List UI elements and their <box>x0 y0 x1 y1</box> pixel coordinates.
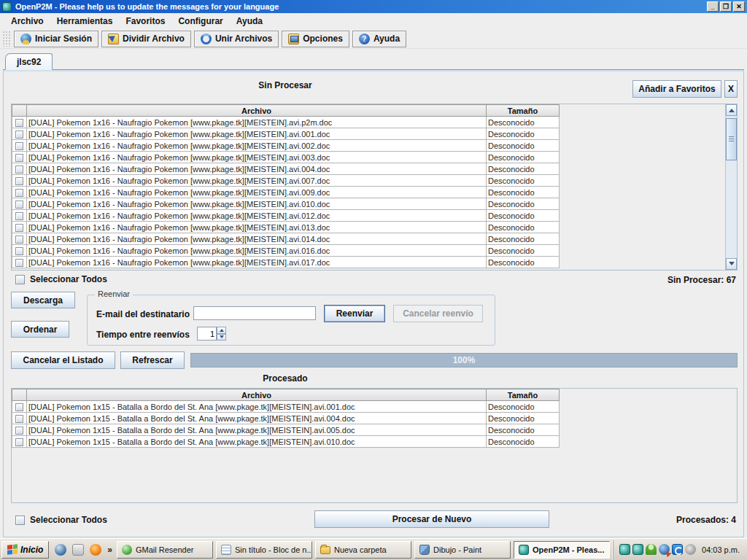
file-cell: [DUAL] Pokemon 1x16 - Naufragio Pokemon … <box>27 175 487 187</box>
openp2m-mail-icon[interactable] <box>632 544 643 555</box>
minimize-button[interactable]: _ <box>707 1 719 12</box>
row-checkbox[interactable] <box>15 131 23 139</box>
select-all-checkbox[interactable] <box>15 516 25 525</box>
table-row[interactable]: [DUAL] Pokemon 1x15 - Batalla a Bordo de… <box>12 424 560 436</box>
file-column-header[interactable]: Archivo <box>27 389 487 401</box>
table-row[interactable]: [DUAL] Pokemon 1x15 - Batalla a Bordo de… <box>12 401 560 413</box>
row-checkbox[interactable] <box>15 403 23 411</box>
table-row[interactable]: [DUAL] Pokemon 1x16 - Naufragio Pokemon … <box>12 175 560 187</box>
network-update-icon[interactable] <box>659 544 670 555</box>
refresh-button[interactable]: Refrescar <box>120 351 185 369</box>
scrollbar-thumb[interactable] <box>726 118 737 160</box>
file-cell: [DUAL] Pokemon 1x16 - Naufragio Pokemon … <box>27 222 487 233</box>
vertical-scrollbar[interactable] <box>725 104 737 270</box>
row-checkbox[interactable] <box>15 166 23 174</box>
row-checkbox[interactable] <box>15 154 23 162</box>
checkbox-column-header[interactable] <box>12 105 27 117</box>
blue-app-icon[interactable] <box>672 544 683 555</box>
checkbox-column-header[interactable] <box>12 389 27 401</box>
row-checkbox[interactable] <box>15 201 23 209</box>
row-checkbox[interactable] <box>15 415 23 423</box>
table-row[interactable]: [DUAL] Pokemon 1x16 - Naufragio Pokemon … <box>12 233 560 245</box>
download-button[interactable]: Descarga <box>11 292 75 308</box>
row-checkbox[interactable] <box>15 224 23 232</box>
table-row[interactable]: [DUAL] Pokemon 1x15 - Batalla a Bordo de… <box>12 413 560 424</box>
email-field[interactable] <box>193 306 316 320</box>
overflow-chevron[interactable]: » <box>107 545 112 555</box>
interval-field[interactable] <box>197 327 217 341</box>
menu-item[interactable]: Favoritos <box>119 15 171 28</box>
openp2m-icon <box>519 545 529 555</box>
table-row[interactable]: [DUAL] Pokemon 1x16 - Naufragio Pokemon … <box>12 117 560 128</box>
scroll-up-button[interactable] <box>726 104 737 116</box>
processed-select-all[interactable]: Seleccionar Todos <box>15 515 107 525</box>
unprocessed-select-all[interactable]: Seleccionar Todos <box>15 274 107 284</box>
size-column-header[interactable]: Tamaño <box>487 389 560 401</box>
add-to-favorites-button[interactable]: Añadir a Favoritos <box>632 80 721 98</box>
toolbar-grip[interactable] <box>2 31 11 47</box>
menu-item[interactable]: Ayuda <box>230 15 269 28</box>
join-files-button[interactable]: Unir Archivos <box>194 31 279 47</box>
openp2m-mail-icon[interactable] <box>619 544 630 555</box>
table-row[interactable]: [DUAL] Pokemon 1x16 - Naufragio Pokemon … <box>12 163 560 175</box>
file-cell: [DUAL] Pokemon 1x16 - Naufragio Pokemon … <box>27 210 487 222</box>
tab-jlsc92[interactable]: jlsc92 <box>5 53 53 70</box>
close-button[interactable]: ✕ <box>733 1 745 12</box>
table-row[interactable]: [DUAL] Pokemon 1x16 - Naufragio Pokemon … <box>12 198 560 210</box>
start-button[interactable]: Inicio <box>1 541 49 559</box>
row-checkbox[interactable] <box>15 427 23 435</box>
row-checkbox[interactable] <box>15 259 23 267</box>
cancel-list-button[interactable]: Cancelar el Listado <box>11 351 115 369</box>
sort-button[interactable]: Ordenar <box>11 321 69 338</box>
help-button[interactable]: ? Ayuda <box>352 31 406 47</box>
row-checkbox[interactable] <box>15 236 23 244</box>
messenger-person-icon[interactable] <box>646 544 657 555</box>
cancel-resend-button[interactable]: Cancelar reenvío <box>393 305 483 322</box>
options-button[interactable]: Opciones <box>282 31 349 47</box>
reprocess-button[interactable]: Procesar de Nuevo <box>314 510 549 528</box>
close-tab-button[interactable]: X <box>724 80 738 98</box>
title-bar[interactable]: OpenP2M - Please help us to update the m… <box>0 0 747 13</box>
menu-item[interactable]: Archivo <box>4 15 50 28</box>
volume-icon[interactable] <box>685 544 696 555</box>
table-row[interactable]: [DUAL] Pokemon 1x16 - Naufragio Pokemon … <box>12 222 560 233</box>
split-file-button[interactable]: Dividir Archivo <box>101 31 191 47</box>
browser-globe-icon[interactable] <box>55 544 66 556</box>
size-cell: Desconocido <box>487 117 560 128</box>
table-row[interactable]: [DUAL] Pokemon 1x16 - Naufragio Pokemon … <box>12 152 560 163</box>
table-row[interactable]: [DUAL] Pokemon 1x16 - Naufragio Pokemon … <box>12 140 560 152</box>
row-checkbox[interactable] <box>15 189 23 197</box>
interval-spinner[interactable] <box>197 327 226 341</box>
select-all-checkbox[interactable] <box>15 275 25 284</box>
menu-item[interactable]: Herramientas <box>50 15 120 28</box>
row-checkbox[interactable] <box>15 119 23 127</box>
table-row[interactable]: [DUAL] Pokemon 1x16 - Naufragio Pokemon … <box>12 257 560 268</box>
row-checkbox[interactable] <box>15 142 23 150</box>
spinner-down-button[interactable] <box>217 334 226 341</box>
table-row[interactable]: [DUAL] Pokemon 1x16 - Naufragio Pokemon … <box>12 187 560 198</box>
restore-button[interactable]: ❐ <box>720 1 732 12</box>
resend-button[interactable]: Reenviar <box>324 305 385 322</box>
row-checkbox[interactable] <box>15 438 23 446</box>
menu-item[interactable]: Configurar <box>171 15 229 28</box>
taskbar-button-paint[interactable]: Dibujo - Paint <box>414 541 511 559</box>
app-icon[interactable] <box>72 544 84 556</box>
table-row[interactable]: [DUAL] Pokemon 1x16 - Naufragio Pokemon … <box>12 210 560 222</box>
size-column-header[interactable]: Tamaño <box>487 105 560 117</box>
taskbar-button-openp2m[interactable]: OpenP2M - Pleas... <box>514 541 610 559</box>
row-checkbox[interactable] <box>15 177 23 185</box>
table-row[interactable]: [DUAL] Pokemon 1x16 - Naufragio Pokemon … <box>12 245 560 257</box>
taskbar-button-gmail-resender[interactable]: GMail Resender <box>117 541 213 559</box>
size-cell: Desconocido <box>487 163 560 175</box>
taskbar-button-folder[interactable]: Nueva carpeta <box>315 541 411 559</box>
scroll-down-button[interactable] <box>726 258 737 270</box>
file-column-header[interactable]: Archivo <box>27 105 487 117</box>
firefox-icon[interactable] <box>90 544 101 556</box>
login-button[interactable]: Iniciar Sesión <box>14 31 98 47</box>
taskbar-button-notepad[interactable]: Sin título - Bloc de n... <box>216 541 312 559</box>
row-checkbox[interactable] <box>15 247 23 255</box>
table-row[interactable]: [DUAL] Pokemon 1x16 - Naufragio Pokemon … <box>12 128 560 140</box>
row-checkbox[interactable] <box>15 212 23 220</box>
table-row[interactable]: [DUAL] Pokemon 1x15 - Batalla a Bordo de… <box>12 436 560 448</box>
spinner-up-button[interactable] <box>217 327 226 334</box>
